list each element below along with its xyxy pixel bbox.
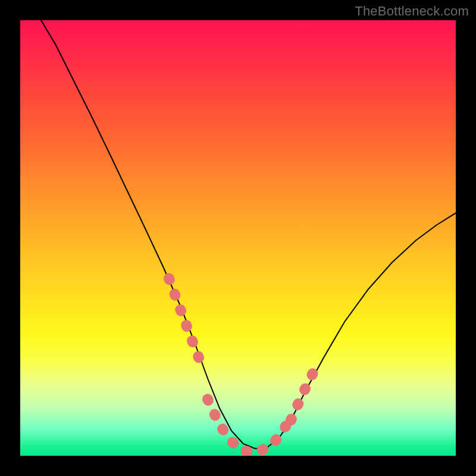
curve-layer	[20, 20, 456, 456]
bottleneck-curve	[41, 20, 456, 449]
highlight-segment	[169, 278, 201, 364]
gradient-plot-area	[20, 20, 456, 456]
highlight-dots	[169, 278, 315, 452]
chart-frame: TheBottleneck.com	[0, 0, 476, 476]
watermark-text: TheBottleneck.com	[355, 4, 469, 19]
